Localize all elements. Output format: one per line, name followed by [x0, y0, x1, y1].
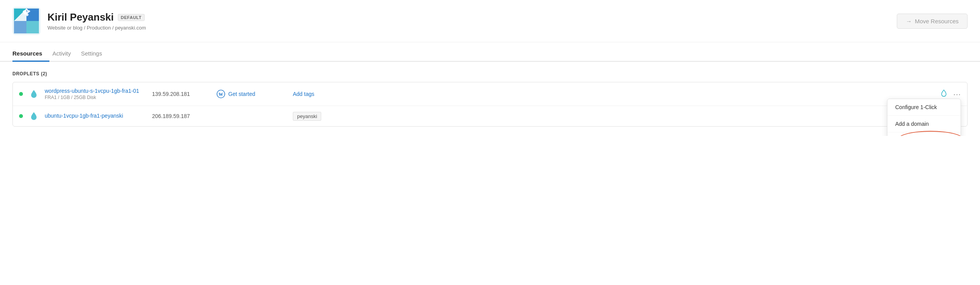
get-started-link[interactable]: Get started	[228, 91, 255, 97]
dropdown-menu: Configure 1-Click Add a domain Access co…	[887, 99, 961, 136]
svg-marker-4	[26, 21, 39, 33]
droplet-ip: 206.189.59.187	[152, 113, 210, 119]
droplet-name-link[interactable]: wordpress-ubuntu-s-1vcpu-1gb-fra1-01	[45, 88, 139, 94]
droplet-name-col: wordpress-ubuntu-s-1vcpu-1gb-fra1-01 FRA…	[45, 88, 146, 100]
water-droplet-icon	[940, 89, 948, 97]
project-title: Kiril Peyanski DEFAULT	[47, 11, 146, 23]
dropdown-item-console[interactable]: Access console ☞	[887, 132, 961, 136]
move-resources-button[interactable]: → Move Resources	[897, 14, 968, 29]
default-badge: DEFAULT	[118, 14, 145, 21]
status-dot-active	[19, 114, 23, 118]
move-resources-label: Move Resources	[915, 18, 959, 24]
page-header: Kiril Peyanski DEFAULT Website or blog /…	[0, 0, 980, 42]
header-left: Kiril Peyanski DEFAULT Website or blog /…	[12, 7, 146, 35]
droplet-actions: ··· Configure 1-Click Add a domain Acces…	[940, 89, 961, 99]
droplet-action-icon-button[interactable]	[940, 89, 948, 99]
svg-rect-3	[14, 21, 26, 33]
more-options-button[interactable]: ···	[953, 90, 961, 99]
droplet-meta: FRA1 / 1GB / 25GB Disk	[45, 95, 146, 100]
droplet-ip: 139.59.208.181	[152, 91, 210, 97]
tab-resources[interactable]: Resources	[12, 45, 49, 62]
droplet-icon	[29, 89, 38, 99]
more-menu-container: ··· Configure 1-Click Add a domain Acces…	[953, 90, 961, 99]
dropdown-item-domain[interactable]: Add a domain	[887, 116, 961, 132]
droplet-icon	[29, 111, 38, 121]
project-logo	[12, 7, 40, 35]
table-row: ubuntu-1vcpu-1gb-fra1-peyanski 206.189.5…	[13, 106, 967, 126]
droplet-tags-col: Add tags	[293, 91, 340, 97]
tag-badge: peyanski	[293, 112, 321, 121]
status-dot-active	[19, 92, 23, 96]
tabs-bar: Resources Activity Settings	[0, 45, 980, 62]
project-info: Kiril Peyanski DEFAULT Website or blog /…	[47, 11, 146, 31]
wordpress-icon: W	[217, 90, 225, 98]
add-tags-link[interactable]: Add tags	[293, 91, 314, 97]
svg-text:W: W	[219, 92, 223, 97]
droplet-wp-col: W Get started	[217, 90, 287, 98]
droplet-name-link[interactable]: ubuntu-1vcpu-1gb-fra1-peyanski	[45, 113, 123, 119]
tab-settings[interactable]: Settings	[81, 45, 109, 62]
droplet-tags-col: peyanski	[293, 113, 340, 119]
droplets-table: wordpress-ubuntu-s-1vcpu-1gb-fra1-01 FRA…	[12, 82, 968, 127]
dropdown-item-configure[interactable]: Configure 1-Click	[887, 99, 961, 116]
tab-activity[interactable]: Activity	[52, 45, 78, 62]
move-resources-arrow: →	[906, 18, 912, 24]
project-subtitle: Website or blog / Production / peyanski.…	[47, 25, 146, 31]
table-row: wordpress-ubuntu-s-1vcpu-1gb-fra1-01 FRA…	[13, 82, 967, 106]
droplet-name-col: ubuntu-1vcpu-1gb-fra1-peyanski	[45, 113, 146, 120]
droplets-section-title: DROPLETS (2)	[12, 71, 968, 76]
main-content: DROPLETS (2) wordpress-ubuntu-s-1vcpu-1g…	[0, 62, 980, 136]
